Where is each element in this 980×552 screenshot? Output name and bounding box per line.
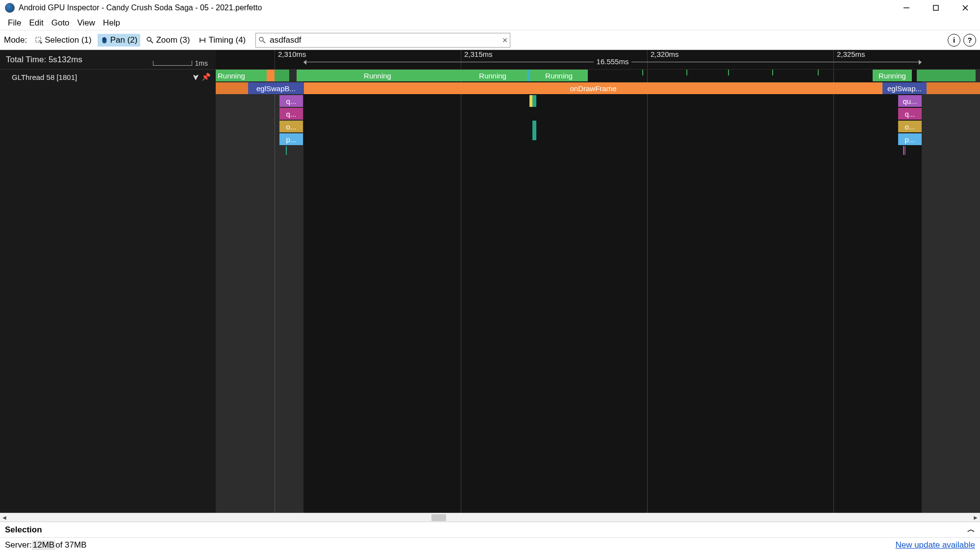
slice-p[interactable]: p...	[898, 133, 922, 145]
search-input[interactable]	[255, 33, 510, 48]
time-ruler[interactable]: 2,310ms 2,315ms 2,320ms 2,325ms 16.555ms	[216, 50, 980, 70]
selection-icon	[35, 36, 43, 44]
slice-eglswap[interactable]: eglSwap...	[882, 82, 927, 94]
selection-span-bracket: 16.555ms	[303, 62, 922, 68]
info-icon[interactable]: i	[948, 34, 960, 47]
svg-line-6	[151, 41, 153, 43]
menu-edit[interactable]: Edit	[25, 16, 47, 30]
slice-frame-next[interactable]	[927, 82, 980, 94]
lane-4: o... o...	[216, 121, 980, 132]
thread-name-label: GLThread 58 [1801]	[12, 73, 77, 81]
search-icon	[258, 36, 266, 44]
thread-row-header[interactable]: GLThread 58 [1801] ⮟ 📌	[0, 70, 216, 84]
selection-span-label: 16.555ms	[594, 57, 632, 66]
slice-q[interactable]: q...	[279, 108, 303, 120]
tracks-container[interactable]: Running Running Running Running Running	[216, 70, 980, 513]
lane-sched: Running Running Running Running Running	[216, 70, 980, 81]
slice-o[interactable]: o...	[279, 121, 303, 132]
menu-file[interactable]: File	[4, 16, 25, 30]
clear-search-button[interactable]: ×	[503, 35, 508, 45]
chevron-up-icon[interactable]: ︿	[967, 525, 975, 535]
mode-pan-label: Pan (2)	[110, 35, 138, 45]
slice-q[interactable]: q...	[279, 95, 303, 107]
new-update-link[interactable]: New update available	[895, 540, 975, 550]
lane-2: q... qu...	[216, 95, 980, 107]
slice-small[interactable]	[532, 95, 536, 107]
slice-running-short[interactable]	[275, 70, 289, 81]
memory-total: of 37MB	[55, 540, 86, 550]
svg-point-10	[259, 37, 263, 41]
timing-icon	[199, 36, 206, 44]
svg-point-5	[147, 37, 151, 41]
lane-5: p... p...	[216, 133, 980, 145]
sched-tick	[642, 70, 643, 75]
slice-running-short[interactable]	[917, 70, 976, 81]
slice-running[interactable]: Running	[873, 70, 912, 81]
selection-panel-header[interactable]: Selection ︿	[0, 522, 980, 537]
status-bar: Server: 12MB of 37MB New update availabl…	[0, 537, 980, 552]
trace-timeline-pane[interactable]: 2,310ms 2,315ms 2,320ms 2,325ms 16.555ms…	[216, 50, 980, 513]
trail-mark	[905, 146, 905, 155]
menu-help[interactable]: Help	[99, 16, 124, 30]
tick-label: 2,315ms	[464, 50, 493, 58]
slice-frame-prev[interactable]	[216, 82, 248, 94]
scroll-right-button[interactable]: ►	[971, 513, 980, 522]
slice-eglswap[interactable]: eglSwapB...	[248, 82, 304, 94]
lane-3: q... q...	[216, 108, 980, 120]
mode-selection-label: Selection (1)	[45, 35, 91, 45]
tick-label: 2,320ms	[651, 50, 679, 58]
scroll-left-button[interactable]: ◄	[0, 513, 9, 522]
ruler-gutter: Total Time: 5s132ms 1ms	[0, 50, 216, 70]
scale-segment-icon	[153, 61, 192, 66]
maximize-button[interactable]	[921, 0, 951, 16]
slice-running[interactable]: Running	[297, 70, 458, 81]
slice-ondrawframe[interactable]: onDrawFrame	[304, 82, 882, 94]
slice-o[interactable]: o...	[898, 121, 922, 132]
trace-left-gutter: Total Time: 5s132ms 1ms GLThread 58 [180…	[0, 50, 216, 513]
mode-toolbar: Mode: Selection (1) Pan (2) Zoom (3) Tim…	[0, 30, 980, 50]
zoom-icon	[146, 36, 154, 44]
collapse-icon[interactable]: ⮟	[193, 74, 199, 81]
lane-frame: eglSwapB... onDrawFrame eglSwap...	[216, 82, 980, 94]
server-label-prefix: Server:	[5, 540, 32, 550]
mode-zoom-button[interactable]: Zoom (3)	[143, 34, 193, 47]
sched-tick	[686, 70, 687, 75]
slice-q[interactable]: qu...	[898, 95, 922, 107]
mode-timing-button[interactable]: Timing (4)	[196, 34, 249, 47]
toolbar-right-icons: i ?	[948, 34, 976, 47]
app-icon	[5, 3, 15, 13]
lane-trailing	[216, 146, 980, 156]
window-title: Android GPU Inspector - Candy Crush Soda…	[19, 3, 262, 12]
sched-tick	[772, 70, 773, 75]
mode-pan-button[interactable]: Pan (2)	[98, 34, 141, 47]
scroll-thumb[interactable]	[431, 514, 446, 521]
slice-running[interactable]: Running	[530, 70, 588, 81]
help-icon[interactable]: ?	[963, 34, 976, 47]
window-titlebar: Android GPU Inspector - Candy Crush Soda…	[0, 0, 980, 16]
slice-q[interactable]: q...	[898, 108, 922, 120]
sched-tick	[818, 70, 819, 75]
menu-bar: File Edit Goto View Help	[0, 16, 980, 30]
close-button[interactable]	[951, 0, 980, 16]
minimize-button[interactable]	[892, 0, 921, 16]
slice-running[interactable]: Running	[216, 70, 267, 81]
menu-goto[interactable]: Goto	[48, 16, 74, 30]
svg-rect-1	[933, 5, 938, 10]
tick-label: 2,325ms	[837, 50, 865, 58]
slice-running[interactable]: Running	[458, 70, 527, 81]
pin-icon[interactable]: 📌	[201, 73, 211, 81]
slice-p[interactable]: p...	[279, 133, 303, 145]
trace-viewer[interactable]: Total Time: 5s132ms 1ms GLThread 58 [180…	[0, 50, 980, 513]
tick-label: 2,310ms	[278, 50, 306, 58]
memory-used: 12MB	[32, 540, 55, 550]
horizontal-scrollbar[interactable]: ◄ ►	[0, 513, 980, 522]
menu-view[interactable]: View	[74, 16, 100, 30]
search-wrap: ×	[255, 33, 510, 48]
ruler-scale-hint: 1ms	[153, 59, 208, 67]
trail-mark	[903, 146, 904, 155]
mode-selection-button[interactable]: Selection (1)	[32, 34, 94, 47]
mode-label: Mode:	[4, 35, 27, 45]
window-controls	[892, 0, 980, 16]
trail-mark	[286, 146, 287, 155]
slice-state[interactable]	[267, 70, 275, 81]
